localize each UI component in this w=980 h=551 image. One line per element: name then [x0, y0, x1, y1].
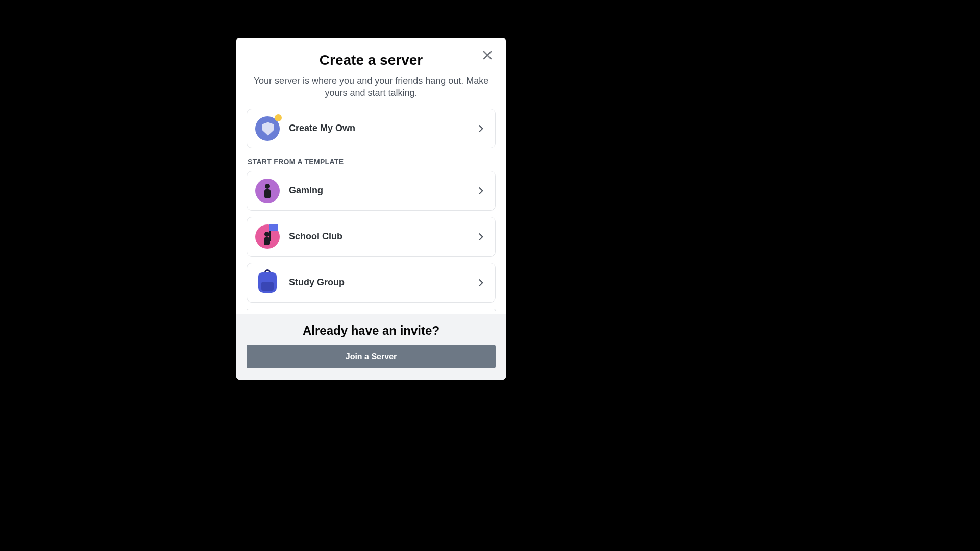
template-section-label: START FROM A TEMPLATE	[248, 158, 496, 166]
chevron-right-icon	[476, 232, 486, 242]
study-group-icon	[255, 270, 280, 295]
modal-footer: Already have an invite? Join a Server	[236, 314, 506, 380]
options-scroll[interactable]: Create My Own START FROM A TEMPLATE Gami…	[236, 102, 506, 314]
close-icon	[481, 49, 494, 63]
modal-title: Create a server	[253, 52, 489, 68]
footer-heading: Already have an invite?	[247, 323, 496, 338]
school-club-icon	[255, 224, 280, 249]
modal-header: Create a server Your server is where you…	[236, 38, 506, 102]
template-option-study-group[interactable]: Study Group	[247, 263, 496, 303]
gaming-icon	[255, 179, 280, 203]
close-button[interactable]	[480, 49, 495, 63]
create-my-own-icon	[255, 116, 280, 141]
option-label: Gaming	[289, 185, 476, 196]
join-server-button[interactable]: Join a Server	[247, 345, 496, 368]
chevron-right-icon	[476, 186, 486, 196]
option-label: Study Group	[289, 277, 476, 288]
modal-subtitle: Your server is where you and your friend…	[253, 74, 489, 99]
option-label: School Club	[289, 231, 476, 242]
chevron-right-icon	[476, 278, 486, 288]
template-option-gaming[interactable]: Gaming	[247, 171, 496, 211]
option-label: Create My Own	[289, 123, 476, 134]
template-option-school-club[interactable]: School Club	[247, 217, 496, 257]
create-server-modal: Create a server Your server is where you…	[236, 38, 506, 380]
chevron-right-icon	[476, 123, 486, 134]
create-my-own-option[interactable]: Create My Own	[247, 109, 496, 148]
template-option-peek[interactable]	[247, 309, 496, 311]
